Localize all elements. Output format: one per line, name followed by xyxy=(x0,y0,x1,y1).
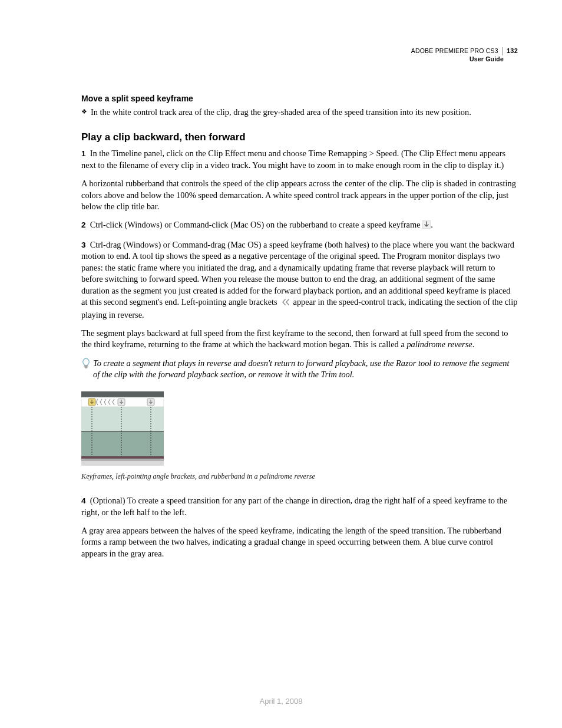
page-header: ADOBE PREMIERE PRO CS3 132 User Guide xyxy=(411,47,518,63)
svg-rect-16 xyxy=(81,459,164,461)
step-number: 4 xyxy=(81,496,86,505)
section1-bullet-text: In the white control track area of the c… xyxy=(91,107,518,118)
step-2-text-a: Ctrl-click (Windows) or Command-click (M… xyxy=(90,220,422,229)
step-2: 2 Ctrl-click (Windows) or Command-click … xyxy=(81,219,518,232)
svg-point-1 xyxy=(83,358,89,365)
diamond-bullet-icon: ❖ xyxy=(81,107,91,118)
main-content: Move a split speed keyframe ❖ In the whi… xyxy=(81,93,518,559)
step-4: 4 (Optional) To create a speed transitio… xyxy=(81,495,518,518)
tip-block: To create a segment that plays in revers… xyxy=(81,358,518,381)
svg-rect-7 xyxy=(81,431,164,456)
step-1: 1 In the Timeline panel, click on the Cl… xyxy=(81,148,518,171)
para2-italic: palindrome reverse xyxy=(406,340,472,349)
step-number: 1 xyxy=(81,149,86,158)
header-product: ADOBE PREMIERE PRO CS3 xyxy=(411,47,498,55)
svg-rect-15 xyxy=(81,456,164,459)
paragraph-rubberband: A horizontal rubberband that controls th… xyxy=(81,178,518,212)
paragraph-palindrome: The segment plays backward at full speed… xyxy=(81,328,518,351)
step-1-text: In the Timeline panel, click on the Clip… xyxy=(81,149,505,169)
section1-title: Move a split speed keyframe xyxy=(81,93,518,104)
section1-bullet: ❖ In the white control track area of the… xyxy=(81,107,518,118)
para2-c: . xyxy=(472,340,475,349)
left-angle-brackets-icon xyxy=(282,298,291,309)
paragraph-gray-area: A gray area appears between the halves o… xyxy=(81,525,518,559)
tip-text: To create a segment that plays in revers… xyxy=(93,358,518,381)
lightbulb-icon xyxy=(81,358,93,381)
header-subtitle: User Guide xyxy=(411,55,504,63)
step-number: 3 xyxy=(81,241,86,249)
step-2-text-b: . xyxy=(431,220,433,229)
svg-rect-17 xyxy=(81,461,164,466)
header-page-number: 132 xyxy=(503,47,518,55)
step-number: 2 xyxy=(81,220,86,229)
step-3: 3 Ctrl-drag (Windows) or Command-drag (M… xyxy=(81,239,518,321)
footer-date: April 1, 2008 xyxy=(0,696,562,707)
speed-keyframe-icon xyxy=(422,220,431,232)
svg-rect-4 xyxy=(81,391,164,397)
section2-title: Play a clip backward, then forward xyxy=(81,131,518,144)
palindrome-figure xyxy=(81,391,518,467)
svg-rect-2 xyxy=(85,367,87,367)
svg-rect-3 xyxy=(85,367,87,368)
step-4-text: (Optional) To create a speed transition … xyxy=(81,496,507,516)
figure-caption: Keyframes, left-pointing angle brackets,… xyxy=(81,472,518,481)
svg-rect-6 xyxy=(81,407,164,431)
